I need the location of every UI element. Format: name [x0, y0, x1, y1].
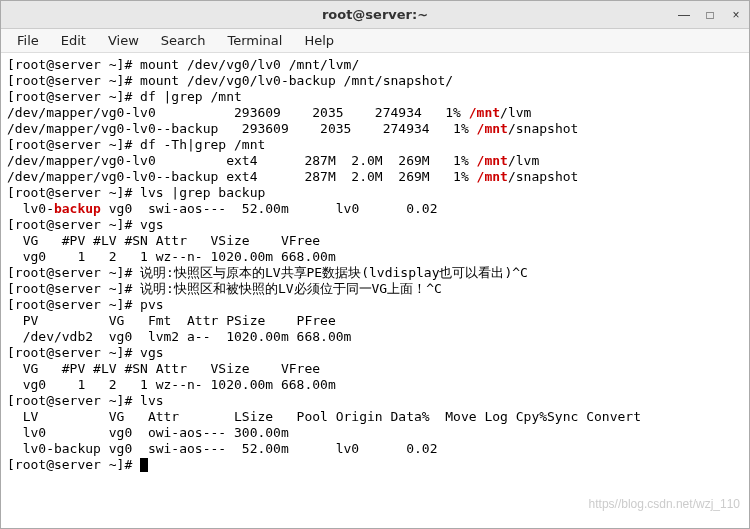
prompt: [root@server ~]#: [7, 217, 140, 232]
menu-help[interactable]: Help: [294, 31, 344, 50]
prompt: [root@server ~]#: [7, 185, 140, 200]
window-title: root@server:~: [322, 7, 428, 22]
prompt: [root@server ~]#: [7, 265, 140, 280]
terminal-cursor: [140, 458, 148, 472]
dfth-line2-mnt: /mnt: [477, 169, 508, 184]
prompt: [root@server ~]#: [7, 89, 140, 104]
cmd-lvs: lvs: [140, 393, 163, 408]
dfth-line1-a: /dev/mapper/vg0-lv0 ext4 287M 2.0M 269M …: [7, 153, 477, 168]
prompt: [root@server ~]#: [7, 297, 140, 312]
cmd-vgs2: vgs: [140, 345, 163, 360]
lvs-backup-match: backup: [54, 201, 101, 216]
cmd-vgs1: vgs: [140, 217, 163, 232]
df-line1-mnt: /mnt: [469, 105, 500, 120]
df-line2-a: /dev/mapper/vg0-lv0--backup 293609 2035 …: [7, 121, 477, 136]
cmd-mount-snapshot: mount /dev/vg0/lv0-backup /mnt/snapshot/: [140, 73, 453, 88]
menu-search[interactable]: Search: [151, 31, 216, 50]
menu-file[interactable]: File: [7, 31, 49, 50]
vgs-header2: VG #PV #LV #SN Attr VSize VFree: [7, 361, 320, 376]
vgs-row1: vg0 1 2 1 wz--n- 1020.00m 668.00m: [7, 249, 336, 264]
cmd-mount-lvm: mount /dev/vg0/lv0 /mnt/lvm/: [140, 57, 359, 72]
prompt: [root@server ~]#: [7, 281, 140, 296]
lvs-header: LV VG Attr LSize Pool Origin Data% Move …: [7, 409, 641, 424]
menu-terminal[interactable]: Terminal: [217, 31, 292, 50]
lvs-row2: lv0-backup vg0 swi-aos--- 52.00m lv0 0.0…: [7, 441, 437, 456]
window-controls: — □ ×: [677, 1, 743, 29]
vgs-header1: VG #PV #LV #SN Attr VSize VFree: [7, 233, 320, 248]
close-button[interactable]: ×: [729, 8, 743, 22]
prompt: [root@server ~]#: [7, 393, 140, 408]
prompt: [root@server ~]#: [7, 457, 140, 472]
prompt: [root@server ~]#: [7, 57, 140, 72]
cmd-lvs-grep: lvs |grep backup: [140, 185, 265, 200]
comment-1: 说明:快照区与原本的LV共享PE数据块(lvdisplay也可以看出)^C: [140, 265, 528, 280]
dfth-line2-a: /dev/mapper/vg0-lv0--backup ext4 287M 2.…: [7, 169, 477, 184]
lvs-backup-c: vg0 swi-aos--- 52.00m lv0 0.02: [101, 201, 438, 216]
menubar: File Edit View Search Terminal Help: [1, 29, 749, 53]
minimize-button[interactable]: —: [677, 8, 691, 22]
titlebar: root@server:~ — □ ×: [1, 1, 749, 29]
cmd-pvs: pvs: [140, 297, 163, 312]
prompt: [root@server ~]#: [7, 73, 140, 88]
cmd-df-grep: df |grep /mnt: [140, 89, 242, 104]
pvs-row: /dev/vdb2 vg0 lvm2 a-- 1020.00m 668.00m: [7, 329, 351, 344]
pvs-header: PV VG Fmt Attr PSize PFree: [7, 313, 336, 328]
prompt: [root@server ~]#: [7, 345, 140, 360]
terminal-viewport[interactable]: [root@server ~]# mount /dev/vg0/lv0 /mnt…: [1, 53, 749, 528]
df-line1-c: /lvm: [500, 105, 531, 120]
menu-edit[interactable]: Edit: [51, 31, 96, 50]
df-line2-c: /snapshot: [508, 121, 578, 136]
maximize-button[interactable]: □: [703, 8, 717, 22]
menu-view[interactable]: View: [98, 31, 149, 50]
lvs-row1: lv0 vg0 owi-aos--- 300.00m: [7, 425, 289, 440]
lvs-backup-a: lv0-: [7, 201, 54, 216]
dfth-line1-c: /lvm: [508, 153, 539, 168]
prompt: [root@server ~]#: [7, 137, 140, 152]
df-line2-mnt: /mnt: [477, 121, 508, 136]
dfth-line2-c: /snapshot: [508, 169, 578, 184]
df-line1-a: /dev/mapper/vg0-lv0 293609 2035 274934 1…: [7, 105, 469, 120]
comment-2: 说明:快照区和被快照的LV必须位于同一VG上面！^C: [140, 281, 442, 296]
dfth-line1-mnt: /mnt: [477, 153, 508, 168]
cmd-df-th: df -Th|grep /mnt: [140, 137, 265, 152]
vgs-row2: vg0 1 2 1 wz--n- 1020.00m 668.00m: [7, 377, 336, 392]
terminal-window: root@server:~ — □ × File Edit View Searc…: [0, 0, 750, 529]
